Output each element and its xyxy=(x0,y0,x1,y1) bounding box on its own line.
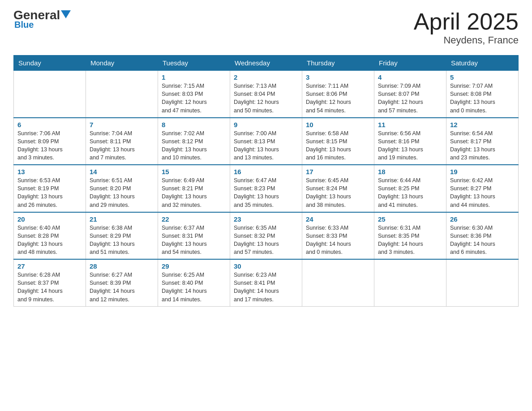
day-number: 24 xyxy=(306,215,370,223)
calendar-row: 20Sunrise: 6:40 AM Sunset: 8:28 PM Dayli… xyxy=(14,212,519,260)
col-wednesday: Wednesday xyxy=(230,56,302,71)
day-info: Sunrise: 6:54 AM Sunset: 8:17 PM Dayligh… xyxy=(450,129,515,162)
day-info: Sunrise: 6:53 AM Sunset: 8:19 PM Dayligh… xyxy=(17,176,82,209)
table-row: 13Sunrise: 6:53 AM Sunset: 8:19 PM Dayli… xyxy=(14,165,86,212)
day-info: Sunrise: 6:23 AM Sunset: 8:41 PM Dayligh… xyxy=(234,271,298,304)
day-info: Sunrise: 7:04 AM Sunset: 8:11 PM Dayligh… xyxy=(90,129,154,162)
day-info: Sunrise: 7:02 AM Sunset: 8:12 PM Dayligh… xyxy=(162,129,226,162)
day-info: Sunrise: 6:38 AM Sunset: 8:29 PM Dayligh… xyxy=(90,224,154,257)
day-info: Sunrise: 7:15 AM Sunset: 8:03 PM Dayligh… xyxy=(162,82,226,115)
calendar-header-row: Sunday Monday Tuesday Wednesday Thursday… xyxy=(14,56,519,71)
day-info: Sunrise: 6:25 AM Sunset: 8:40 PM Dayligh… xyxy=(162,271,226,304)
table-row: 29Sunrise: 6:25 AM Sunset: 8:40 PM Dayli… xyxy=(158,259,230,306)
day-info: Sunrise: 6:33 AM Sunset: 8:33 PM Dayligh… xyxy=(306,224,370,257)
table-row: 30Sunrise: 6:23 AM Sunset: 8:41 PM Dayli… xyxy=(230,259,302,306)
table-row: 7Sunrise: 7:04 AM Sunset: 8:11 PM Daylig… xyxy=(86,118,158,165)
col-monday: Monday xyxy=(86,56,158,71)
day-info: Sunrise: 7:07 AM Sunset: 8:08 PM Dayligh… xyxy=(450,82,515,115)
col-friday: Friday xyxy=(374,56,446,71)
day-number: 21 xyxy=(90,215,154,223)
table-row: 10Sunrise: 6:58 AM Sunset: 8:15 PM Dayli… xyxy=(302,118,374,165)
day-info: Sunrise: 6:51 AM Sunset: 8:20 PM Dayligh… xyxy=(90,176,154,209)
table-row: 18Sunrise: 6:44 AM Sunset: 8:25 PM Dayli… xyxy=(374,165,446,212)
day-info: Sunrise: 6:47 AM Sunset: 8:23 PM Dayligh… xyxy=(234,176,298,209)
day-number: 3 xyxy=(306,73,370,81)
table-row: 20Sunrise: 6:40 AM Sunset: 8:28 PM Dayli… xyxy=(14,212,86,260)
day-number: 9 xyxy=(234,121,298,128)
day-number: 1 xyxy=(162,73,226,81)
table-row: 19Sunrise: 6:42 AM Sunset: 8:27 PM Dayli… xyxy=(446,165,519,212)
table-row: 2Sunrise: 7:13 AM Sunset: 8:04 PM Daylig… xyxy=(230,71,302,118)
col-saturday: Saturday xyxy=(446,56,519,71)
day-info: Sunrise: 6:27 AM Sunset: 8:39 PM Dayligh… xyxy=(90,271,154,304)
logo-blue: Blue xyxy=(13,20,34,30)
day-info: Sunrise: 6:49 AM Sunset: 8:21 PM Dayligh… xyxy=(162,176,226,209)
table-row: 25Sunrise: 6:31 AM Sunset: 8:35 PM Dayli… xyxy=(374,212,446,260)
logo-triangle-icon xyxy=(61,10,71,18)
day-number: 29 xyxy=(162,262,226,270)
day-info: Sunrise: 6:40 AM Sunset: 8:28 PM Dayligh… xyxy=(17,224,82,257)
day-info: Sunrise: 7:00 AM Sunset: 8:13 PM Dayligh… xyxy=(234,129,298,162)
col-sunday: Sunday xyxy=(14,56,86,71)
day-number: 15 xyxy=(162,168,226,176)
table-row: 9Sunrise: 7:00 AM Sunset: 8:13 PM Daylig… xyxy=(230,118,302,165)
day-number: 10 xyxy=(306,121,370,128)
table-row xyxy=(302,259,374,306)
table-row: 8Sunrise: 7:02 AM Sunset: 8:12 PM Daylig… xyxy=(158,118,230,165)
page-title: April 2025 xyxy=(414,9,519,34)
table-row: 5Sunrise: 7:07 AM Sunset: 8:08 PM Daylig… xyxy=(446,71,519,118)
table-row: 3Sunrise: 7:11 AM Sunset: 8:06 PM Daylig… xyxy=(302,71,374,118)
table-row: 6Sunrise: 7:06 AM Sunset: 8:09 PM Daylig… xyxy=(14,118,86,165)
day-info: Sunrise: 6:28 AM Sunset: 8:37 PM Dayligh… xyxy=(17,271,82,304)
day-info: Sunrise: 6:42 AM Sunset: 8:27 PM Dayligh… xyxy=(450,176,515,209)
day-number: 17 xyxy=(306,168,370,176)
day-number: 7 xyxy=(90,121,154,128)
table-row: 23Sunrise: 6:35 AM Sunset: 8:32 PM Dayli… xyxy=(230,212,302,260)
col-thursday: Thursday xyxy=(302,56,374,71)
day-number: 27 xyxy=(17,262,82,270)
calendar-row: 1Sunrise: 7:15 AM Sunset: 8:03 PM Daylig… xyxy=(14,71,519,118)
day-number: 4 xyxy=(378,73,442,81)
day-number: 28 xyxy=(90,262,154,270)
day-info: Sunrise: 7:09 AM Sunset: 8:07 PM Dayligh… xyxy=(378,82,442,115)
day-number: 30 xyxy=(234,262,298,270)
day-number: 5 xyxy=(450,73,515,81)
day-info: Sunrise: 6:44 AM Sunset: 8:25 PM Dayligh… xyxy=(378,176,442,209)
day-info: Sunrise: 6:37 AM Sunset: 8:31 PM Dayligh… xyxy=(162,224,226,257)
day-info: Sunrise: 6:30 AM Sunset: 8:36 PM Dayligh… xyxy=(450,224,515,257)
day-number: 20 xyxy=(17,215,82,223)
page-subtitle: Neydens, France xyxy=(414,34,519,46)
col-tuesday: Tuesday xyxy=(158,56,230,71)
table-row xyxy=(14,71,86,118)
table-row: 4Sunrise: 7:09 AM Sunset: 8:07 PM Daylig… xyxy=(374,71,446,118)
day-number: 18 xyxy=(378,168,442,176)
table-row xyxy=(86,71,158,118)
day-info: Sunrise: 7:13 AM Sunset: 8:04 PM Dayligh… xyxy=(234,82,298,115)
day-info: Sunrise: 6:45 AM Sunset: 8:24 PM Dayligh… xyxy=(306,176,370,209)
day-info: Sunrise: 6:31 AM Sunset: 8:35 PM Dayligh… xyxy=(378,224,442,257)
svg-marker-0 xyxy=(61,10,71,18)
table-row: 24Sunrise: 6:33 AM Sunset: 8:33 PM Dayli… xyxy=(302,212,374,260)
day-number: 22 xyxy=(162,215,226,223)
table-row: 16Sunrise: 6:47 AM Sunset: 8:23 PM Dayli… xyxy=(230,165,302,212)
day-info: Sunrise: 6:35 AM Sunset: 8:32 PM Dayligh… xyxy=(234,224,298,257)
table-row: 28Sunrise: 6:27 AM Sunset: 8:39 PM Dayli… xyxy=(86,259,158,306)
page-header: General Blue April 2025 Neydens, France xyxy=(13,9,519,46)
table-row: 17Sunrise: 6:45 AM Sunset: 8:24 PM Dayli… xyxy=(302,165,374,212)
title-section: April 2025 Neydens, France xyxy=(414,9,519,46)
calendar-row: 6Sunrise: 7:06 AM Sunset: 8:09 PM Daylig… xyxy=(14,118,519,165)
day-number: 13 xyxy=(17,168,82,176)
day-number: 16 xyxy=(234,168,298,176)
table-row: 22Sunrise: 6:37 AM Sunset: 8:31 PM Dayli… xyxy=(158,212,230,260)
calendar-row: 13Sunrise: 6:53 AM Sunset: 8:19 PM Dayli… xyxy=(14,165,519,212)
day-number: 2 xyxy=(234,73,298,81)
day-info: Sunrise: 7:11 AM Sunset: 8:06 PM Dayligh… xyxy=(306,82,370,115)
table-row xyxy=(374,259,446,306)
calendar-row: 27Sunrise: 6:28 AM Sunset: 8:37 PM Dayli… xyxy=(14,259,519,306)
day-number: 26 xyxy=(450,215,515,223)
day-number: 11 xyxy=(378,121,442,128)
table-row: 15Sunrise: 6:49 AM Sunset: 8:21 PM Dayli… xyxy=(158,165,230,212)
logo: General Blue xyxy=(13,9,71,30)
day-number: 23 xyxy=(234,215,298,223)
day-number: 6 xyxy=(17,121,82,128)
